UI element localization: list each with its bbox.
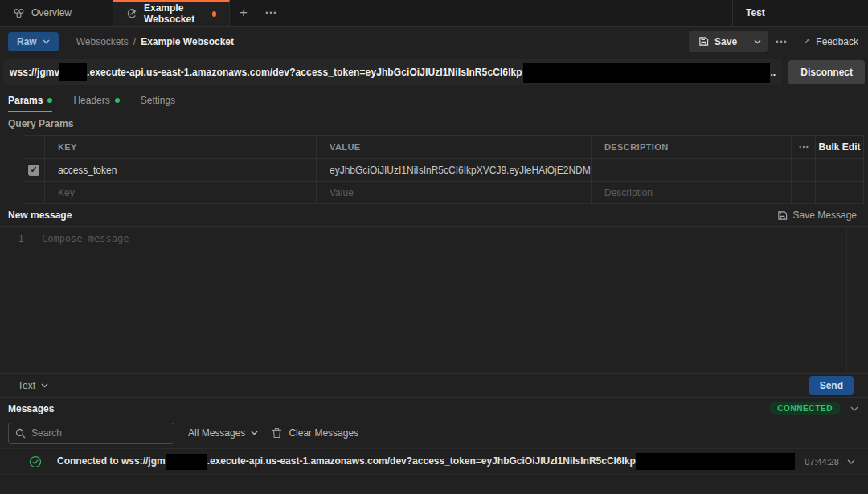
message-prefix: Connected to wss://jgm xyxy=(57,455,166,467)
collapse-messages-icon[interactable] xyxy=(850,406,858,411)
table-options-icon[interactable] xyxy=(792,136,816,158)
redaction-box xyxy=(166,454,207,470)
protocol-label: Raw xyxy=(17,36,37,47)
url-suffix: .. xyxy=(770,67,776,78)
messages-title: Messages xyxy=(8,403,54,414)
tab-overview-label: Overview xyxy=(31,7,72,18)
breadcrumb-separator: / xyxy=(133,36,136,47)
connection-status-badge: CONNECTED xyxy=(769,402,841,415)
key-placeholder: Key xyxy=(58,187,75,198)
connected-check-icon xyxy=(29,455,42,468)
search-input[interactable] xyxy=(31,427,167,439)
composer-title: New message xyxy=(8,210,72,221)
message-timestamp: 07:44:28 xyxy=(805,457,839,467)
param-key-cell[interactable]: Key xyxy=(45,182,317,203)
search-box[interactable] xyxy=(8,423,174,444)
redaction-box xyxy=(636,453,795,470)
save-button[interactable]: Save xyxy=(689,31,747,52)
trash-icon xyxy=(272,427,282,439)
param-key-cell[interactable]: access_token xyxy=(45,159,317,181)
new-tab-button[interactable]: + xyxy=(230,0,257,26)
query-params-title: Query Params xyxy=(0,112,868,135)
messages-toolbar: All Messages Clear Messages xyxy=(0,419,868,447)
disconnect-button[interactable]: Disconnect xyxy=(788,60,865,84)
filter-label: All Messages xyxy=(188,427,245,439)
tab-settings[interactable]: Settings xyxy=(141,88,175,112)
redaction-box xyxy=(59,63,87,81)
feedback-label: Feedback xyxy=(816,36,858,47)
chevron-down-icon xyxy=(41,383,48,388)
websocket-request-window: Overview Example Websocket + Test Raw xyxy=(0,0,868,494)
message-filter-dropdown[interactable]: All Messages xyxy=(188,427,258,439)
websocket-url-input[interactable]: wss://jgmv .execute-api.us-east-1.amazon… xyxy=(3,59,782,85)
format-label: Text xyxy=(18,380,35,391)
message-row[interactable]: Connected to wss://jgm.execute-api.us-ea… xyxy=(0,448,868,475)
tab-settings-label: Settings xyxy=(141,95,175,106)
composer-header: New message Save Message xyxy=(0,205,868,227)
clear-messages-button[interactable]: Clear Messages xyxy=(272,427,358,439)
headers-active-dot xyxy=(115,98,120,103)
message-format-dropdown[interactable]: Text xyxy=(18,380,48,391)
save-message-button[interactable]: Save Message xyxy=(777,210,857,221)
param-value-cell[interactable]: eyJhbGciOiJIUzI1NiIsInR5cCI6IkpXVCJ9.eyJ… xyxy=(317,159,592,181)
more-actions-icon[interactable] xyxy=(768,40,795,43)
message-editor[interactable]: 1 Compose message xyxy=(0,227,868,373)
tab-params[interactable]: Params xyxy=(8,88,52,112)
breadcrumb: Websockets / Example Websocket xyxy=(76,36,234,47)
row-checkbox[interactable]: ✓ xyxy=(28,165,39,176)
expand-message-icon[interactable] xyxy=(847,459,855,464)
message-text: Connected to wss://jgm.execute-api.us-ea… xyxy=(57,453,795,470)
url-prefix: wss://jgmv xyxy=(10,67,59,78)
protocol-dropdown[interactable]: Raw xyxy=(8,32,59,51)
column-header-key: KEY xyxy=(45,136,317,158)
feedback-button[interactable]: ↗ Feedback xyxy=(803,36,858,47)
param-value-cell[interactable]: Value xyxy=(317,182,592,203)
tab-options-icon[interactable] xyxy=(257,0,285,26)
save-button-group: Save xyxy=(689,31,768,52)
column-header-description: DESCRIPTION xyxy=(592,136,792,158)
editor-line: 1 Compose message xyxy=(0,227,868,244)
tab-headers[interactable]: Headers xyxy=(73,88,119,112)
breadcrumb-current: Example Websocket xyxy=(141,36,234,47)
url-host: .execute-api.us-east-1.amazonaws.com/dev… xyxy=(87,67,522,78)
param-description-cell[interactable] xyxy=(592,159,792,181)
redaction-box xyxy=(523,63,771,83)
editor-placeholder: Compose message xyxy=(42,233,129,244)
table-row: ✓ access_token eyJhbGciOiJIUzI1NiIsInR5c… xyxy=(23,158,863,181)
tab-params-label: Params xyxy=(8,95,43,106)
chevron-down-icon xyxy=(43,39,50,44)
query-params-table: KEY VALUE DESCRIPTION Bulk Edit ✓ access… xyxy=(23,135,864,204)
row-actions-cell xyxy=(792,159,816,181)
row-checkbox-cell: ✓ xyxy=(23,159,45,181)
websocket-icon xyxy=(126,8,137,19)
params-active-dot xyxy=(47,98,52,103)
tab-example-websocket[interactable]: Example Websocket xyxy=(113,0,230,26)
overview-icon xyxy=(13,7,25,19)
breadcrumb-parent[interactable]: Websockets xyxy=(76,36,129,47)
environment-name: Test xyxy=(746,7,765,18)
row-actions-cell xyxy=(792,182,816,203)
chevron-down-icon xyxy=(754,39,761,44)
send-row: Text Send xyxy=(0,373,868,397)
save-options-button[interactable] xyxy=(747,31,768,52)
column-header-value: VALUE xyxy=(317,136,592,158)
row-checkbox-cell xyxy=(23,182,45,203)
environment-selector[interactable]: Test xyxy=(733,0,868,26)
external-link-icon: ↗ xyxy=(803,36,810,47)
tab-overview[interactable]: Overview xyxy=(0,0,113,26)
bulk-edit-button[interactable]: Bulk Edit xyxy=(816,136,863,158)
param-description-cell[interactable]: Description xyxy=(592,182,792,203)
table-header-row: KEY VALUE DESCRIPTION Bulk Edit xyxy=(23,136,863,158)
description-placeholder: Description xyxy=(604,187,653,198)
send-button[interactable]: Send xyxy=(809,376,854,395)
row-end-cell xyxy=(816,182,863,203)
chevron-down-icon xyxy=(251,431,258,435)
tab-label: Example Websocket xyxy=(144,2,206,25)
clear-messages-label: Clear Messages xyxy=(289,427,358,439)
save-icon xyxy=(698,36,709,47)
param-key: access_token xyxy=(58,165,117,176)
messages-header: Messages CONNECTED xyxy=(0,397,868,419)
tab-bar: Overview Example Websocket + Test xyxy=(0,0,868,27)
search-icon xyxy=(15,428,26,439)
row-end-cell xyxy=(816,159,863,181)
